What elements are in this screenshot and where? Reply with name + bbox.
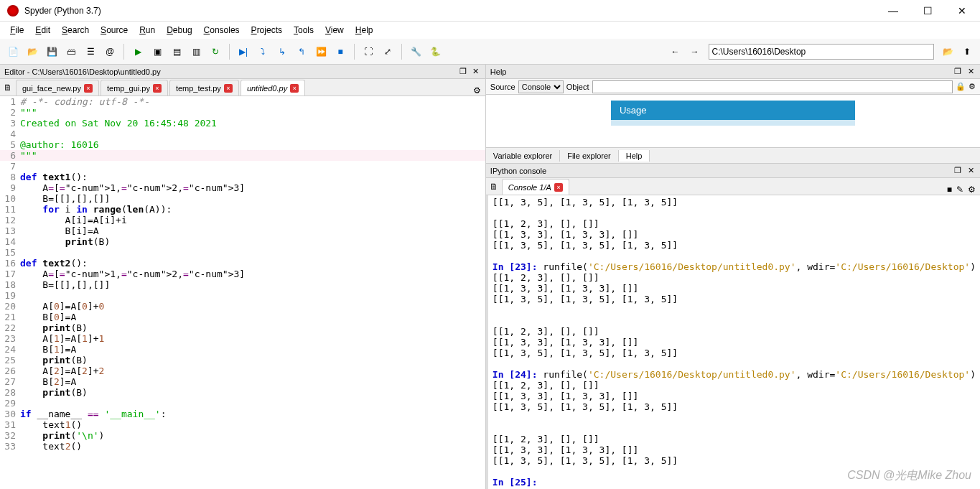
step-into-button[interactable]: ↳: [274, 43, 291, 60]
save-all-button[interactable]: 🗃: [62, 43, 80, 60]
preferences-button[interactable]: 🔧: [407, 43, 424, 60]
fullscreen-button[interactable]: ⤢: [379, 43, 396, 60]
source-label: Source: [490, 83, 515, 91]
close-ipy-icon[interactable]: ✕: [966, 166, 976, 176]
open-file-button[interactable]: 📂: [24, 43, 41, 60]
menu-help[interactable]: Help: [350, 24, 379, 37]
console-switcher-icon[interactable]: 🗎: [486, 179, 502, 195]
object-input[interactable]: [592, 80, 953, 93]
dock-icon[interactable]: ❐: [458, 67, 468, 77]
browse-dir-button[interactable]: 📂: [939, 43, 956, 60]
editor-pane-header: Editor - C:\Users\16016\Desktop\untitled…: [0, 65, 485, 79]
forward-button[interactable]: →: [686, 43, 704, 60]
gear-icon[interactable]: ⚙: [969, 82, 976, 91]
help-subtabs: Variable explorerFile explorerHelp: [486, 147, 980, 163]
help-source-bar: Source Console Object 🔒 ⚙: [486, 79, 980, 95]
maximize-pane-button[interactable]: ⛶: [360, 43, 377, 60]
close-tab-icon[interactable]: ×: [153, 84, 162, 93]
usage-title: Usage: [611, 101, 855, 120]
editor-pane-title: Editor - C:\Users\16016\Desktop\untitled…: [4, 67, 458, 76]
spyder-logo-icon: [7, 5, 19, 17]
dock-ipy-icon[interactable]: ❐: [953, 166, 963, 176]
pythonpath-button[interactable]: 🐍: [426, 43, 444, 60]
run-cell-button[interactable]: ▣: [149, 43, 166, 60]
tab-untitled0-py[interactable]: untitled0.py×: [241, 80, 305, 96]
menu-edit[interactable]: Edit: [29, 24, 56, 37]
save-button[interactable]: 💾: [43, 43, 60, 60]
object-label: Object: [566, 83, 589, 91]
close-help-icon[interactable]: ✕: [966, 67, 976, 77]
close-tab-icon[interactable]: ×: [224, 84, 233, 93]
run-selection-button[interactable]: ▥: [187, 43, 205, 60]
ipython-pane-header: IPython console ❐ ✕: [486, 164, 980, 178]
menu-search[interactable]: Search: [56, 24, 95, 37]
help-pane-title: Help: [490, 67, 953, 76]
tab-temp_gui-py[interactable]: temp_gui.py×: [101, 80, 168, 96]
stop-kernel-icon[interactable]: ■: [947, 185, 952, 195]
help-content: Usage: [486, 95, 980, 147]
tab-temp_test-py[interactable]: temp_test.py×: [169, 80, 239, 96]
console-tab[interactable]: Console 1/A×: [502, 179, 569, 195]
source-select[interactable]: Console: [518, 80, 564, 93]
code-editor[interactable]: 1# -*- coding: utf-8 -*-2"""3Created on …: [0, 96, 485, 489]
close-console-icon[interactable]: ×: [554, 183, 563, 192]
continue-button[interactable]: ⏩: [312, 43, 330, 60]
new-file-button[interactable]: 📄: [4, 43, 22, 60]
menu-run[interactable]: Run: [134, 24, 161, 37]
rerun-button[interactable]: ↻: [207, 43, 224, 60]
ipython-pane-title: IPython console: [490, 167, 953, 175]
maximize-button[interactable]: ☐: [917, 5, 938, 17]
menu-source[interactable]: Source: [95, 24, 134, 37]
minimize-button[interactable]: —: [882, 5, 904, 17]
working-dir-input[interactable]: [709, 44, 935, 60]
tab-gui_face_new-py[interactable]: gui_face_new.py×: [16, 80, 99, 96]
subtab-help[interactable]: Help: [619, 150, 650, 162]
menu-tools[interactable]: Tools: [288, 24, 319, 37]
menu-projects[interactable]: Projects: [246, 24, 288, 37]
menu-consoles[interactable]: Consoles: [198, 24, 246, 37]
lock-icon[interactable]: 🔒: [956, 82, 966, 91]
cell-button[interactable]: ☰: [82, 43, 99, 60]
subtab-variable-explorer[interactable]: Variable explorer: [486, 150, 560, 162]
dock-help-icon[interactable]: ❐: [953, 67, 963, 77]
editor-options-icon[interactable]: ⚙: [473, 85, 481, 96]
console-options-icon[interactable]: ⚙: [968, 185, 976, 195]
debug-button[interactable]: ▶|: [235, 43, 252, 60]
window-title: Spyder (Python 3.7): [24, 6, 882, 16]
subtab-file-explorer[interactable]: File explorer: [560, 150, 619, 162]
menu-file[interactable]: File: [4, 24, 29, 37]
menu-bar: FileEditSearchSourceRunDebugConsolesProj…: [0, 22, 980, 39]
close-pane-icon[interactable]: ✕: [471, 67, 481, 77]
at-button[interactable]: @: [101, 43, 118, 60]
back-button[interactable]: ←: [667, 43, 684, 60]
run-cell-advance-button[interactable]: ▤: [168, 43, 185, 60]
editor-tab-bar: 🗎 gui_face_new.py×temp_gui.py×temp_test.…: [0, 79, 485, 96]
ipython-tab-bar: 🗎 Console 1/A×■✎⚙: [486, 178, 980, 195]
watermark: CSDN @光电Mike Zhou: [847, 468, 971, 483]
menu-debug[interactable]: Debug: [161, 24, 197, 37]
step-button[interactable]: ⤵: [254, 43, 271, 60]
file-switcher-icon[interactable]: 🗎: [0, 80, 16, 96]
run-button[interactable]: ▶: [129, 43, 146, 60]
clear-console-icon[interactable]: ✎: [956, 185, 963, 195]
help-pane-header: Help ❐ ✕: [486, 65, 980, 79]
main-toolbar: 📄 📂 💾 🗃 ☰ @ ▶ ▣ ▤ ▥ ↻ ▶| ⤵ ↳ ↰ ⏩ ■ ⛶ ⤢ 🔧…: [0, 39, 980, 65]
close-tab-icon[interactable]: ×: [84, 84, 93, 93]
close-button[interactable]: ✕: [951, 5, 973, 17]
ipython-console[interactable]: [[1, 3, 5], [1, 3, 5], [1, 3, 5]] [[1, 2…: [486, 195, 980, 489]
step-out-button[interactable]: ↰: [293, 43, 310, 60]
parent-dir-button[interactable]: ⬆: [958, 43, 976, 60]
menu-view[interactable]: View: [319, 24, 350, 37]
title-bar: Spyder (Python 3.7) — ☐ ✕: [0, 0, 980, 22]
stop-debug-button[interactable]: ■: [332, 43, 349, 60]
close-tab-icon[interactable]: ×: [290, 84, 299, 93]
